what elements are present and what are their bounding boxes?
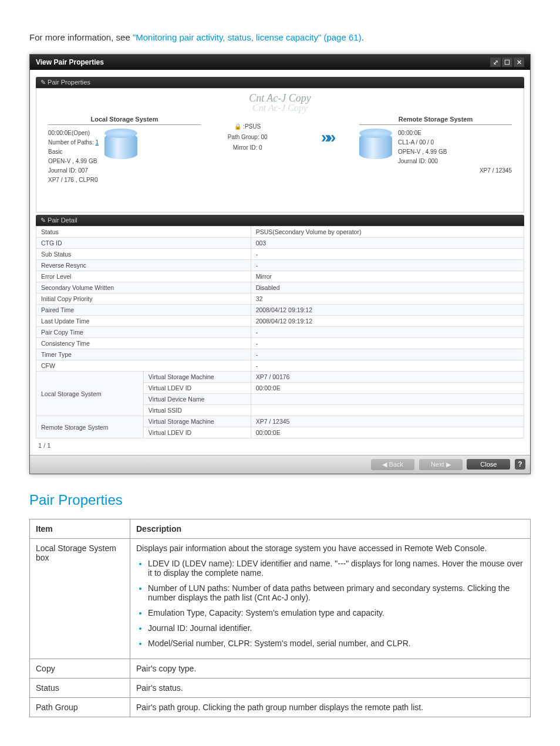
description-cell: Pair's path group. Clicking the path gro… <box>130 698 531 717</box>
intro-prefix: For more information, see <box>29 32 133 42</box>
pair-detail-section-header: ✎ Pair Detail <box>36 215 524 226</box>
table-row: Last Update Time2008/04/12 09:19:12 <box>36 316 524 327</box>
path-group-label: Path Group: <box>228 134 259 140</box>
item-cell: Path Group <box>30 698 130 717</box>
table-row: CFW- <box>36 360 524 372</box>
description-cell: Pair's copy type. <box>130 659 531 679</box>
remote-storage-header: Remote Storage System <box>359 116 512 125</box>
replication-arrow-icon: »» <box>321 128 332 147</box>
remote-storage-info: 00:00:0E CL1-A / 00 / 0 OPEN-V , 4.99 GB… <box>398 129 447 166</box>
table-row: Pair Copy Time- <box>36 327 524 338</box>
remote-ldev: 00:00:0E <box>398 129 447 138</box>
back-button[interactable]: ◀ Back <box>371 459 414 470</box>
col-header-item: Item <box>30 519 130 539</box>
mirror-id: Mirror ID: 0 <box>228 143 268 153</box>
window-close-button[interactable]: ✕ <box>514 58 524 67</box>
table-row: Local Storage SystemVirtual Storage Mach… <box>36 372 524 383</box>
local-ldev: 00:00:0E(Open) <box>48 129 99 138</box>
table-row: Reverse Resync- <box>36 260 524 271</box>
table-row: Path Group Pair's path group. Clicking t… <box>30 698 531 717</box>
table-row: Secondary Volume WrittenDisabled <box>36 282 524 293</box>
properties-description-table: Item Description Local Storage System bo… <box>29 519 531 717</box>
table-row: Sub Status- <box>36 249 524 260</box>
table-row: Local Storage System box Displays pair i… <box>30 539 531 659</box>
list-item: LDEV ID (LDEV name): LDEV identifier and… <box>148 559 524 578</box>
table-row: Initial Copy Priority32 <box>36 293 524 305</box>
intro-suffix: . <box>362 32 364 42</box>
window-controls: ⤢ ☐ ✕ <box>490 58 524 67</box>
window-maximize-button[interactable]: ☐ <box>502 58 512 67</box>
pager: 1 / 1 <box>36 438 524 451</box>
next-button[interactable]: Next ▶ <box>419 459 463 470</box>
local-storage-info: 00:00:0E(Open) Number of Paths: 1 Basic … <box>48 129 99 175</box>
view-pair-properties-dialog: View Pair Properties ⤢ ☐ ✕ ✎ Pair Proper… <box>29 54 531 474</box>
intro-link[interactable]: "Monitoring pair activity, status, licen… <box>133 32 362 42</box>
table-row: Remote Storage SystemVirtual Storage Mac… <box>36 416 524 427</box>
remote-journal: Journal ID: 000 <box>398 157 447 166</box>
pair-detail-table: StatusPSUS(Secondary Volume by operator)… <box>36 226 524 438</box>
table-row: Paired Time2008/04/12 09:19:12 <box>36 305 524 316</box>
pair-diagram: Cnt Ac-J Copy Cnt Ac-J Copy Local Storag… <box>36 88 524 212</box>
list-item: Model/Serial number, CLPR: System's mode… <box>148 639 524 648</box>
remote-port: CL1-A / 00 / 0 <box>398 138 447 147</box>
list-item: Journal ID: Journal identifier. <box>148 623 524 633</box>
table-row: Copy Pair's copy type. <box>30 659 531 679</box>
table-row: Error LevelMirror <box>36 271 524 282</box>
table-row: Consistency Time- <box>36 338 524 349</box>
table-row: CTG ID003 <box>36 238 524 249</box>
item-cell: Local Storage System box <box>30 539 130 659</box>
intro-text: For more information, see "Monitoring pa… <box>29 32 531 42</box>
page-heading: Pair Properties <box>29 492 531 508</box>
local-storage-header: Local Storage System <box>48 116 201 125</box>
col-header-description: Description <box>130 519 531 539</box>
description-cell: Displays pair information about the stor… <box>130 539 531 659</box>
remote-storage-footer: XP7 / 12345 <box>359 167 512 174</box>
item-cell: Copy <box>30 659 130 679</box>
path-group-link[interactable]: 00 <box>261 134 267 140</box>
table-row: Status Pair's status. <box>30 679 531 698</box>
dialog-title: View Pair Properties <box>36 58 104 66</box>
local-capacity: OPEN-V , 4.99 GB <box>48 157 99 166</box>
table-row: Timer Type- <box>36 349 524 360</box>
pair-status: :PSUS <box>243 123 261 130</box>
help-button[interactable]: ? <box>515 459 525 470</box>
list-item: Emulation Type, Capacity: System's emula… <box>148 608 524 617</box>
copy-type-title-shadow: Cnt Ac-J Copy <box>36 103 524 113</box>
pair-mid-info: :PSUS Path Group: 00 Mirror ID: 0 <box>228 121 268 153</box>
lock-icon <box>234 123 243 130</box>
remote-capacity: OPEN-V , 4.99 GB <box>398 147 447 157</box>
local-volume-icon <box>104 129 137 161</box>
remote-volume-icon <box>359 129 392 161</box>
local-paths-label: Number of Paths: <box>48 139 94 146</box>
dialog-titlebar: View Pair Properties ⤢ ☐ ✕ <box>30 55 530 70</box>
local-storage-footer: XP7 / 176 , CLPR0 <box>48 177 201 183</box>
local-paths-link[interactable]: 1 <box>96 139 99 146</box>
description-cell: Pair's status. <box>130 679 531 698</box>
window-restore-button[interactable]: ⤢ <box>490 58 501 67</box>
pair-properties-section-header: ✎ Pair Properties <box>36 77 524 88</box>
item-cell: Status <box>30 679 130 698</box>
local-journal: Journal ID: 007 <box>48 166 99 175</box>
table-row: StatusPSUS(Secondary Volume by operator) <box>36 227 524 238</box>
list-item: Number of LUN paths: Number of data path… <box>148 583 524 602</box>
close-button[interactable]: Close <box>467 459 510 470</box>
dialog-footer: ◀ Back Next ▶ Close ? <box>30 455 530 474</box>
local-emulation: Basic <box>48 147 99 157</box>
